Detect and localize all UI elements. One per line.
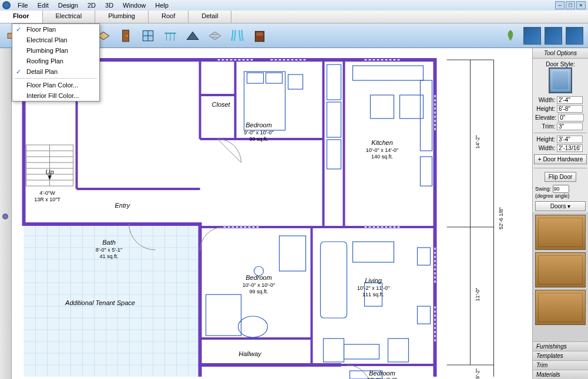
svg-text:10'-0" x 9'-0": 10'-0" x 9'-0"	[367, 377, 397, 379]
tab-plumbing[interactable]: Plumbing	[95, 11, 149, 23]
bedroom3-label: Bedroom	[369, 370, 395, 377]
svg-text:111 sq.ft.: 111 sq.ft.	[362, 292, 384, 297]
svg-rect-94	[280, 236, 306, 271]
rail-tool-icon[interactable]	[161, 26, 180, 45]
svg-point-4	[126, 35, 127, 36]
svg-rect-89	[344, 344, 379, 359]
elevate-input[interactable]	[558, 114, 584, 121]
kitchen-label: Kitchen	[371, 139, 393, 146]
svg-rect-13	[257, 32, 263, 35]
svg-point-93	[238, 316, 268, 337]
svg-text:140 sq.ft.: 140 sq.ft.	[371, 154, 393, 160]
view-3d-icon[interactable]	[545, 27, 562, 45]
svg-rect-85	[353, 242, 394, 262]
svg-rect-82	[327, 102, 341, 137]
height2-label: Height:	[535, 136, 555, 143]
door-gallery-item[interactable]	[535, 290, 586, 325]
doors-dropdown[interactable]: Doors ▾	[535, 201, 586, 211]
tab-roof[interactable]: Roof	[149, 11, 189, 23]
tab-floor[interactable]: Floor	[0, 11, 43, 23]
svg-rect-76	[353, 66, 424, 80]
svg-rect-92	[206, 295, 241, 336]
width-input[interactable]	[557, 96, 583, 104]
tab-detail[interactable]: Detail	[189, 11, 231, 23]
svg-rect-73	[247, 73, 264, 83]
door-style-label: Door Style:	[535, 61, 586, 67]
svg-rect-80	[400, 95, 424, 119]
menu-2d[interactable]: 2D	[83, 2, 100, 9]
svg-rect-91	[324, 339, 344, 362]
swing-label: Swing:	[535, 186, 551, 192]
menu-detail-plan[interactable]: Detail Plan	[12, 66, 99, 77]
app-icon	[2, 1, 11, 9]
menu-interior-fill-color[interactable]: Interior Fill Color...	[12, 90, 99, 101]
closet-label: Closet	[212, 101, 231, 108]
bedroom1-label: Bedroom	[246, 121, 272, 128]
menu-floor-plan[interactable]: Floor Plan	[12, 24, 99, 35]
door-style-preview[interactable]	[549, 67, 572, 93]
floor-dropdown-menu: Floor Plan Electrical Plan Plumbing Plan…	[12, 23, 100, 101]
width2-input[interactable]	[557, 144, 583, 152]
tenant-label: Additional Tenant Space	[65, 299, 135, 306]
roof-tool-icon[interactable]	[183, 26, 202, 45]
menu-electrical-plan[interactable]: Electrical Plan	[12, 35, 99, 45]
panel-tab-furnishings[interactable]: Furnishings	[533, 341, 588, 351]
height2-input[interactable]	[557, 136, 583, 143]
svg-text:90 sq.ft.: 90 sq.ft.	[249, 136, 268, 142]
panel-tab-materials[interactable]: Materials	[533, 370, 588, 379]
plan-tabs: Floor Electrical Plumbing Roof Detail	[0, 11, 588, 23]
height-label: Height:	[535, 106, 555, 112]
hallway-label: Hallway	[238, 350, 262, 357]
svg-rect-3	[123, 30, 129, 42]
svg-text:11'-0": 11'-0"	[475, 288, 481, 302]
window-tool-icon[interactable]	[139, 26, 157, 45]
svg-text:14'-2": 14'-2"	[475, 136, 481, 149]
height-input[interactable]	[557, 105, 583, 113]
svg-text:8'-0" x 5'-1": 8'-0" x 5'-1"	[96, 247, 122, 253]
menu-help[interactable]: Help	[150, 2, 173, 9]
cabinet-tool-icon[interactable]	[250, 26, 269, 45]
curtain-tool-icon[interactable]	[228, 26, 247, 45]
svg-text:41 sq.ft.: 41 sq.ft.	[99, 253, 118, 259]
width-label: Width:	[535, 97, 555, 103]
menu-edit[interactable]: Edit	[33, 2, 53, 9]
panel-tab-templates[interactable]: Templates	[533, 351, 588, 360]
door-hardware-button[interactable]: + Door Hardware	[534, 154, 587, 164]
leaf-icon[interactable]	[501, 26, 520, 45]
menu-file[interactable]: File	[13, 2, 33, 9]
minimize-button[interactable]: –	[555, 1, 565, 9]
svg-rect-74	[266, 73, 283, 83]
svg-text:99 sq.ft.: 99 sq.ft.	[249, 289, 268, 295]
svg-rect-83	[327, 140, 341, 169]
svg-rect-78	[421, 157, 432, 186]
panel-tab-trim[interactable]: Trim	[533, 360, 588, 370]
svg-text:52'-6 1/8": 52'-6 1/8"	[498, 207, 504, 229]
grid-tool-icon[interactable]	[206, 26, 224, 45]
menu-roofing-plan[interactable]: Roofing Plan	[12, 56, 99, 66]
trim-input[interactable]	[557, 123, 583, 130]
view-2d-icon[interactable]	[523, 27, 541, 45]
menu-window[interactable]: Window	[118, 2, 150, 9]
menu-floor-plan-color[interactable]: Floor Plan Color...	[12, 80, 99, 90]
menu-plumbing-plan[interactable]: Plumbing Plan	[12, 45, 99, 56]
maximize-button[interactable]: □	[566, 1, 575, 9]
tab-electrical[interactable]: Electrical	[43, 11, 96, 23]
menu-3d[interactable]: 3D	[100, 2, 118, 9]
view-split-icon[interactable]	[566, 27, 583, 45]
bath-label: Bath	[102, 239, 116, 246]
handle-dot-icon[interactable]	[2, 214, 8, 219]
svg-rect-79	[371, 95, 394, 119]
svg-text:13R x 10"T: 13R x 10"T	[34, 197, 61, 202]
door-gallery-item[interactable]	[535, 252, 586, 287]
svg-rect-75	[288, 75, 303, 89]
menu-design[interactable]: Design	[53, 2, 83, 9]
swing-input[interactable]	[553, 185, 569, 193]
stairs-up-label: Up	[45, 168, 53, 175]
door-tool-icon[interactable]	[116, 26, 135, 45]
living-label: Living	[365, 277, 382, 284]
close-button[interactable]: ×	[576, 1, 586, 9]
door-gallery-item[interactable]	[535, 215, 586, 250]
flip-door-button[interactable]: Flip Door	[545, 172, 577, 182]
tool-options-title: Tool Options	[533, 48, 588, 59]
width2-label: Width:	[535, 145, 555, 151]
